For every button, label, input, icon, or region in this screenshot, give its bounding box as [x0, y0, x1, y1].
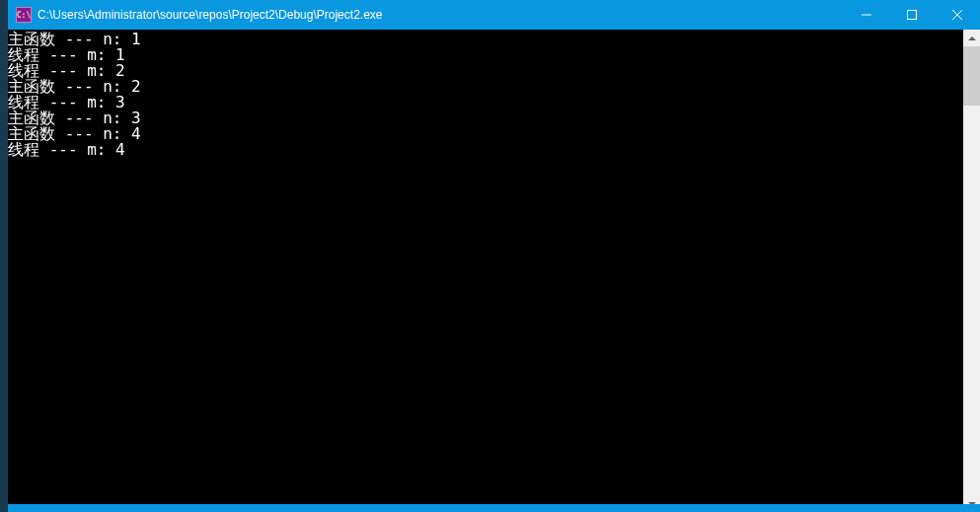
console-line: 主函数 --- n: 1 — [8, 32, 963, 47]
console-line: 线程 --- m: 4 — [8, 142, 963, 158]
console-window: C:\ C:\Users\Administrator\source\repos\… — [8, 0, 980, 512]
console-line: 线程 --- m: 2 — [8, 63, 963, 79]
maximize-button[interactable] — [889, 0, 935, 30]
scrollbar-up-button[interactable] — [963, 30, 980, 46]
vertical-scrollbar[interactable] — [963, 30, 980, 512]
close-button[interactable] — [935, 0, 980, 30]
console-line: 线程 --- m: 1 — [8, 47, 963, 63]
scrollbar-thumb[interactable] — [963, 46, 980, 106]
console-line: 主函数 --- n: 2 — [8, 79, 963, 95]
console-line: 主函数 --- n: 3 — [8, 110, 963, 126]
app-icon: C:\ — [16, 7, 32, 23]
maximize-icon — [907, 10, 917, 20]
console-line: 主函数 --- n: 4 — [8, 126, 963, 142]
console-body: 主函数 --- n: 1线程 --- m: 1线程 --- m: 2主函数 --… — [8, 30, 980, 512]
minimize-button[interactable] — [844, 0, 889, 30]
minimize-icon — [862, 10, 871, 20]
svg-rect-1 — [908, 11, 917, 20]
console-line: 线程 --- m: 3 — [8, 95, 963, 110]
bottom-border — [8, 504, 980, 512]
background-strip — [0, 0, 8, 512]
titlebar[interactable]: C:\ C:\Users\Administrator\source\repos\… — [8, 0, 980, 30]
window-controls — [844, 0, 980, 30]
window-title: C:\Users\Administrator\source\repos\Proj… — [38, 8, 844, 22]
close-icon — [952, 10, 962, 20]
console-output[interactable]: 主函数 --- n: 1线程 --- m: 1线程 --- m: 2主函数 --… — [8, 30, 963, 512]
